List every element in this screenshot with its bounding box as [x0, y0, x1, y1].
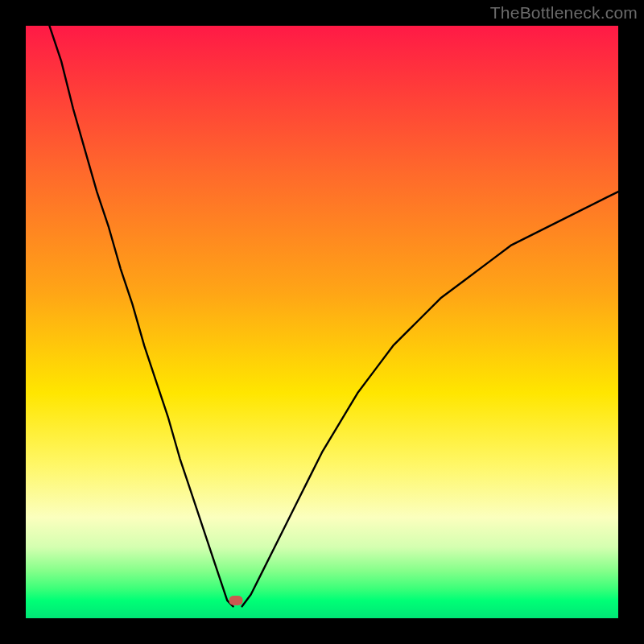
- bottleneck-curve: [26, 26, 618, 618]
- optimal-point-marker: [229, 596, 243, 605]
- chart-frame: TheBottleneck.com: [0, 0, 644, 644]
- watermark-text: TheBottleneck.com: [490, 3, 638, 23]
- plot-area: [26, 26, 618, 618]
